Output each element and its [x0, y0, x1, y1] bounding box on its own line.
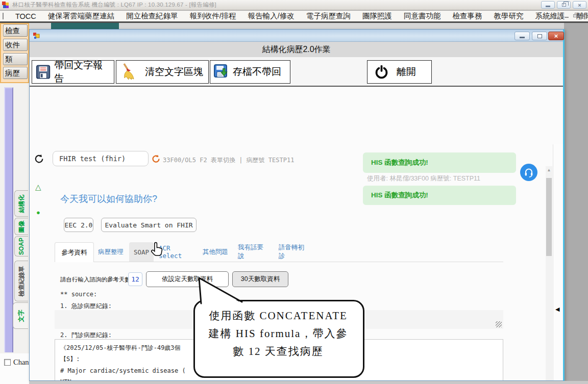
app-titlebar: 林口核子醫學科檢查報告系統 機台編號 : LQ67 IP : 10.30.129… [0, 0, 588, 10]
sidebar-button-exam[interactable]: 檢查 [3, 24, 28, 37]
er-record-label: 1. 急診病歷紀錄: [60, 302, 112, 311]
tabs-baseline [55, 262, 503, 262]
exit-button[interactable]: 離開 [367, 60, 432, 84]
bring-back-report-button[interactable]: 帶回文字報告 [32, 60, 114, 84]
sidebar-tab-exam-record[interactable]: 檢查紀錄單 [14, 261, 28, 301]
fhir-profile-input[interactable] [53, 151, 149, 166]
tab-record-organize[interactable]: 病歷整理 [95, 242, 127, 262]
close-icon: × [578, 2, 581, 8]
collapse-rail [553, 144, 563, 380]
restore-icon [537, 34, 542, 38]
app-close-button[interactable]: × [573, 1, 586, 9]
headset-icon [524, 167, 534, 177]
minimize-icon [546, 6, 550, 7]
window-header: 結構化病歷2.0作業 [30, 42, 563, 57]
days-value-input[interactable] [128, 272, 142, 286]
app-minimize-button[interactable] [541, 1, 555, 9]
background-window-edge [51, 23, 119, 29]
tab-reference[interactable]: 參考資料 [55, 242, 94, 262]
sidebar-button-receive[interactable]: 收件 [3, 39, 28, 51]
tab-feedback[interactable]: 我有話要說 [238, 242, 270, 262]
save-disk-icon [213, 64, 230, 80]
menu-item-emr-query[interactable]: 電子病歷查詢 [306, 11, 351, 21]
tab-acr-select[interactable]: ACR select [159, 242, 192, 262]
evaluate-smart-on-fhir-button[interactable]: Evaluate Smart on FHIR [101, 218, 197, 232]
mdi-minimize-button[interactable] [565, 17, 569, 18]
save-without-return-button[interactable]: 存檔不帶回 [210, 60, 290, 84]
scroll-up-icon[interactable]: ▲ [546, 168, 552, 172]
opd-record-label: 2. 門診病歷紀錄: [60, 331, 112, 340]
collapse-left-icon[interactable]: ◀ [555, 306, 559, 313]
form-switch-status: 33F00/OL5 F2 表單切換 | 病歷號 TESTP11 [163, 156, 294, 165]
form-switch-refresh-icon[interactable] [152, 155, 160, 163]
sidebar-button-history[interactable]: 病歷 [3, 67, 28, 79]
child-window-icon[interactable] [3, 13, 4, 19]
triangle-status-icon: △ [35, 183, 41, 192]
assistant-greeting: 今天我可以如何協助你? [60, 193, 157, 205]
chan-checkbox[interactable] [4, 359, 11, 366]
sidebar-scrollbar[interactable] [4, 87, 13, 352]
app-restore-button[interactable] [557, 1, 571, 9]
button-label: 存檔不帶回 [233, 65, 281, 79]
sidebar-tab-structured[interactable]: 結構化 [14, 190, 28, 217]
his-success-toast: HIS 函數查詢成功! [363, 152, 516, 173]
chat-scrollbar[interactable]: ▲ [546, 166, 552, 380]
cursor-hand [151, 242, 163, 257]
power-icon [375, 65, 388, 79]
mdi-window-controls: × [565, 12, 585, 20]
mdi-restore-button[interactable] [573, 14, 577, 17]
mdi-close-button[interactable]: × [581, 12, 585, 20]
menu-item-tocc[interactable]: TOCC [15, 12, 36, 20]
app-icon [2, 2, 9, 9]
sidebar-tab-image[interactable]: 圖像 [14, 218, 28, 235]
sidebar-tab-soap[interactable]: SOAP [14, 236, 28, 257]
app-window-controls: × [541, 1, 586, 9]
days-input-label: 請自行輸入諮詢的參考天數 [60, 276, 131, 284]
broom-icon [119, 63, 136, 81]
online-status-icon: ● [36, 209, 40, 216]
menu-item-report-input-edit[interactable]: 報告輸入/修改 [248, 11, 295, 21]
chat-scrollbar-thumb[interactable] [546, 178, 552, 256]
dialog-toolbar: 帶回文字報告 清空文字區塊 存檔不帶回 [30, 57, 563, 86]
menu-item-nhi-cloud-link[interactable]: 健保署雲端藥歷連結 [48, 11, 115, 21]
menu-item-team-care[interactable]: 團隊照護 [362, 11, 392, 21]
menu-item-exam-affairs[interactable]: 檢查事務 [452, 11, 482, 21]
window-bottom-edge [29, 381, 588, 384]
window-restore-button[interactable] [532, 32, 547, 40]
menu-item-checkin-schedule[interactable]: 報到收件/排程 [190, 11, 236, 21]
refresh-icon[interactable] [34, 154, 44, 164]
structured-record-window: × 結構化病歷2.0作業 帶回文字報告 [29, 29, 565, 381]
button-label: 清空文字區塊 [145, 65, 203, 79]
close-icon: × [554, 32, 558, 40]
chat-content: △ ● 33F00/OL5 F2 表單切換 | 病歷號 TESTP11 HIS … [30, 87, 563, 380]
his-success-toast-2: HIS 函數查詢成功! [363, 186, 516, 205]
form-icon [33, 32, 40, 39]
tab-other-questions[interactable]: 其他問題 [202, 242, 229, 262]
window-minimize-button[interactable] [514, 32, 530, 40]
button-label: 離開 [397, 65, 416, 79]
tab-soap[interactable]: SOAP [129, 242, 154, 262]
resize-grip-icon[interactable] [496, 321, 502, 327]
tab-voice-to-initial[interactable]: 語音轉初診 [279, 242, 310, 262]
minimize-icon [520, 37, 525, 38]
callout-text: 使用函數 CONCATENATE 建構 HIS formula，帶入參 數 12… [197, 307, 360, 361]
menu-item-teaching-research[interactable]: 教學研究 [494, 11, 523, 21]
restore-icon [562, 3, 566, 7]
app-title: 林口核子醫學科檢查報告系統 機台編號 : LQ67 IP : 10.30.129… [12, 1, 216, 9]
menu-item-create-exam-record[interactable]: 開立檢查紀錄單 [126, 11, 178, 21]
user-info-line: 使用者: 林昆儒/33F00 病歷號: TESTP11 [367, 174, 480, 183]
menubar: TOCC 健保署雲端藥歷連結 開立檢查紀錄單 報到收件/排程 報告輸入/修改 電… [0, 11, 588, 21]
menu-item-system-maintenance[interactable]: 系統維護 [535, 11, 565, 21]
window-titlebar[interactable]: × [30, 30, 563, 42]
menu-item-consent-function[interactable]: 同意書功能 [404, 11, 441, 21]
source-label: ** source: [60, 291, 97, 298]
sidebar-button-category[interactable]: 類 [3, 53, 28, 65]
floppy-disk-icon [35, 64, 51, 80]
button-label: 帶回文字報告 [54, 59, 111, 85]
window-title: 結構化病歷2.0作業 [262, 44, 330, 55]
sidebar-tab-text[interactable]: 文字 [13, 302, 28, 329]
clear-text-blocks-button[interactable]: 清空文字區塊 [116, 60, 209, 84]
eec-button[interactable]: EEC 2.0 [64, 218, 93, 232]
window-close-button[interactable]: × [548, 32, 564, 40]
voice-assistant-button[interactable] [520, 164, 537, 181]
